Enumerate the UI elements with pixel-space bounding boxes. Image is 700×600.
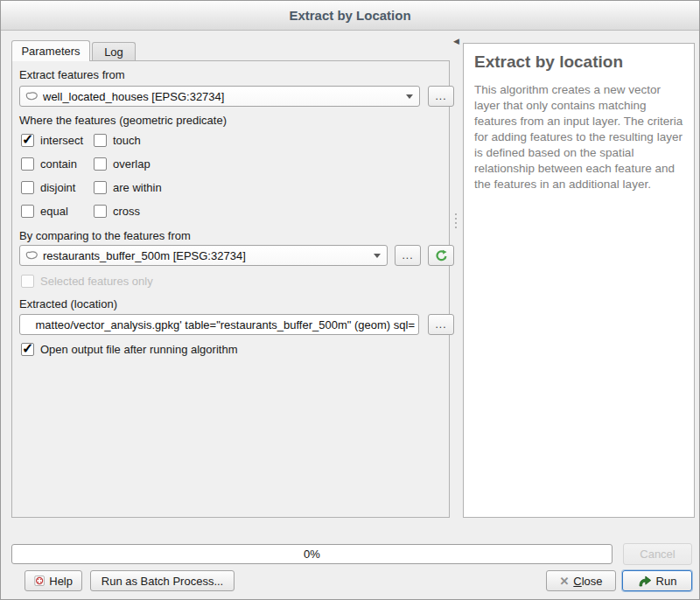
predicate-intersect-label: intersect: [40, 134, 83, 147]
predicate-disjoint-label: disjoint: [40, 181, 75, 194]
close-label: Close: [573, 575, 602, 588]
parameters-panel: Extract features from well_located_house…: [11, 60, 450, 518]
predicate-touch-label: touch: [113, 134, 141, 147]
extracted-output-browse-button[interactable]: ...: [428, 314, 454, 335]
checkbox-box: [94, 157, 107, 171]
chevron-down-icon: [406, 94, 413, 99]
checkbox-box: [21, 343, 34, 356]
extract-features-label: Extract features from: [19, 68, 125, 81]
close-x-icon: ✕: [559, 575, 569, 588]
progress-bar: 0%: [11, 544, 612, 564]
polygon-layer-icon: [24, 250, 38, 261]
help-label: Help: [49, 575, 73, 588]
predicate-cross-checkbox[interactable]: cross: [94, 205, 140, 218]
predicate-contain-label: contain: [40, 157, 77, 171]
cancel-label: Cancel: [640, 548, 675, 561]
checkbox-box: [21, 205, 34, 218]
extract-by-location-dialog: Extract by Location Parameters Log Extra…: [0, 0, 700, 600]
extracted-location-label: Extracted (location): [19, 297, 117, 310]
compare-layer-combobox[interactable]: restaurants_buffer_500m [EPSG:32734]: [19, 245, 388, 266]
selected-features-only-label: Selected features only: [40, 275, 153, 288]
run-label: Run: [656, 575, 677, 588]
predicate-overlap-label: overlap: [113, 157, 150, 171]
help-icon: [34, 574, 45, 588]
cancel-button: Cancel: [623, 543, 692, 565]
predicate-equal-checkbox[interactable]: equal: [21, 205, 68, 218]
predicate-overlap-checkbox[interactable]: overlap: [94, 157, 150, 171]
checkbox-box: [21, 157, 34, 171]
iterate-refresh-icon: [435, 249, 448, 262]
predicate-equal-label: equal: [40, 205, 68, 218]
run-as-batch-label: Run as Batch Process...: [102, 575, 223, 588]
polygon-layer-icon: [24, 91, 38, 101]
run-arrow-icon: [638, 575, 652, 588]
iterate-over-layer-button[interactable]: [428, 245, 454, 266]
checkbox-box: [94, 134, 107, 147]
predicate-contain-checkbox[interactable]: contain: [21, 157, 77, 171]
predicate-disjoint-checkbox[interactable]: disjoint: [21, 181, 75, 194]
extracted-output-field[interactable]: matteo/vector_analysis.gpkg' table="rest…: [19, 314, 419, 335]
compare-label: By comparing to the features from: [19, 229, 191, 242]
tab-parameters[interactable]: Parameters: [11, 40, 90, 61]
help-button[interactable]: Help: [24, 570, 82, 591]
predicate-are-within-label: are within: [113, 181, 162, 194]
tab-log-label: Log: [104, 45, 123, 59]
title-bar: Extract by Location: [1, 1, 699, 31]
run-as-batch-button[interactable]: Run as Batch Process...: [90, 570, 234, 591]
predicate-intersect-checkbox[interactable]: intersect: [21, 134, 83, 147]
compare-layer-browse-button[interactable]: ...: [395, 245, 421, 266]
close-button[interactable]: ✕ Close: [546, 570, 616, 591]
tab-parameters-label: Parameters: [21, 45, 80, 58]
predicate-cross-label: cross: [113, 205, 140, 218]
dialog-title: Extract by Location: [289, 8, 410, 23]
compare-layer-value: restaurants_buffer_500m [EPSG:32734]: [43, 249, 369, 262]
run-button[interactable]: Run: [622, 570, 692, 591]
help-description: This algorithm creates a new vector laye…: [474, 82, 683, 192]
input-layer-value: well_located_houses [EPSG:32734]: [43, 90, 402, 103]
help-panel: Extract by location This algorithm creat…: [463, 43, 695, 518]
help-title: Extract by location: [474, 52, 683, 72]
open-output-checkbox[interactable]: Open output file after running algorithm: [21, 343, 237, 356]
progress-value: 0%: [304, 548, 320, 561]
predicate-are-within-checkbox[interactable]: are within: [94, 181, 162, 194]
splitter-handle[interactable]: [455, 213, 457, 228]
selected-features-only-checkbox: Selected features only: [21, 275, 153, 288]
checkbox-box: [21, 134, 34, 147]
collapse-help-panel-arrow-icon[interactable]: ◀: [453, 37, 459, 45]
checkbox-box: [21, 181, 34, 194]
predicate-touch-checkbox[interactable]: touch: [94, 134, 141, 147]
checkbox-box: [94, 205, 107, 218]
predicate-label: Where the features (geometric predicate): [19, 114, 227, 127]
open-output-label: Open output file after running algorithm: [40, 343, 237, 356]
input-layer-combobox[interactable]: well_located_houses [EPSG:32734]: [19, 86, 420, 107]
extracted-output-value: matteo/vector_analysis.gpkg' table="rest…: [36, 318, 416, 331]
tab-log[interactable]: Log: [92, 42, 136, 61]
checkbox-box: [21, 275, 34, 288]
input-layer-browse-button[interactable]: ...: [428, 86, 454, 107]
chevron-down-icon: [374, 254, 381, 258]
checkbox-box: [94, 181, 107, 194]
